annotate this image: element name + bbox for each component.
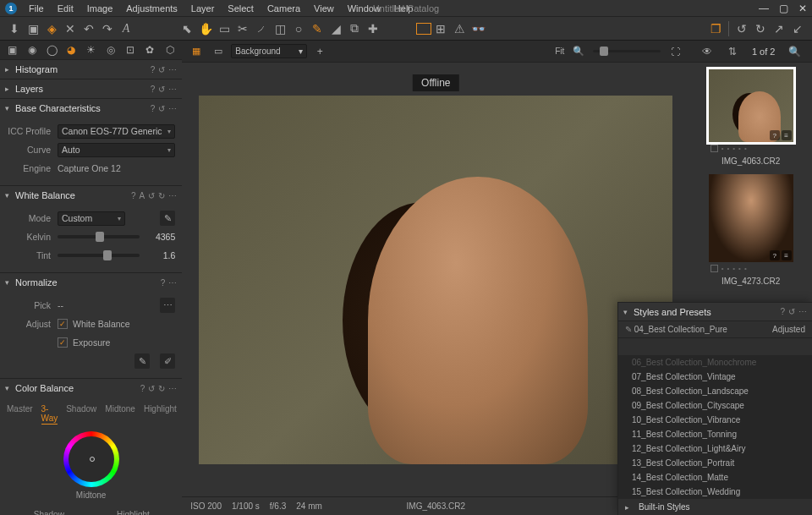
eyedropper-icon[interactable]: ✎ <box>160 211 175 226</box>
midtone-wheel[interactable] <box>63 431 119 487</box>
preset-item[interactable]: 12_Best Collection_Light&Airy <box>618 441 812 456</box>
output-tab-icon[interactable]: ⬡ <box>162 41 177 59</box>
styles-presets-header[interactable]: ▾ Styles and Presets ?↺⋯ <box>618 303 812 321</box>
menu-icon[interactable]: ⋯ <box>798 307 807 316</box>
preset-item[interactable]: 11_Best Collection_Tonning <box>618 427 812 441</box>
preset-item[interactable]: 10_Best Collection_Vibrance <box>618 413 812 427</box>
normalize-header[interactable]: ▾ Normalize ?⋯ <box>0 273 182 292</box>
camera-icon[interactable]: ▣ <box>24 19 42 38</box>
library-tab-icon[interactable]: ▣ <box>5 41 19 59</box>
menu-icon[interactable]: ⋯ <box>168 278 177 288</box>
brush-tool-icon[interactable]: ✎ <box>308 19 326 38</box>
base-characteristics-header[interactable]: ▾ Base Characteristics ?↺⋯ <box>0 99 182 118</box>
reset-icon[interactable]: ↺ <box>148 191 155 200</box>
curve-select[interactable]: Auto▾ <box>58 143 175 157</box>
copy-icon[interactable]: ↻ <box>158 191 165 200</box>
color-tab-icon[interactable]: ◕ <box>64 41 79 59</box>
wb-checkbox[interactable]: ✓ <box>58 319 68 329</box>
cb-tab-shadow[interactable]: Shadow <box>66 404 96 425</box>
erase-tool-icon[interactable]: ◢ <box>326 19 345 38</box>
cb-tab-highlight[interactable]: Highlight <box>144 404 177 425</box>
heal-tool-icon[interactable]: ✚ <box>364 19 382 38</box>
clone-tool-icon[interactable]: ⧉ <box>345 19 364 38</box>
maximize-button[interactable]: ▢ <box>779 3 788 14</box>
reset-icon[interactable]: ↺ <box>158 104 165 113</box>
preset-item[interactable]: 13_Best Collection_Portrait <box>618 456 812 470</box>
exposure-checkbox[interactable]: ✓ <box>58 337 68 348</box>
reset-icon[interactable]: ↺ <box>148 384 155 393</box>
capture-tab-icon[interactable]: ◉ <box>25 41 39 59</box>
preset-list[interactable]: 06_Best Collection_Monochrome 07_Best Co… <box>618 355 812 499</box>
cancel-icon[interactable]: ✕ <box>61 19 80 38</box>
preset-item[interactable]: 09_Best Collection_Cityscape <box>618 398 812 413</box>
main-image[interactable] <box>199 96 672 464</box>
normalize-picker-2-icon[interactable]: ✐ <box>160 353 175 369</box>
help-icon[interactable]: ? <box>140 384 145 393</box>
redo-icon[interactable]: ↷ <box>98 19 117 38</box>
sort-icon[interactable]: ⇅ <box>723 42 742 61</box>
metadata-tab-icon[interactable]: ✿ <box>143 41 157 59</box>
histogram-panel-header[interactable]: ▸ Histogram ?↺⋯ <box>0 60 182 79</box>
help-icon[interactable]: ? <box>780 307 785 316</box>
menu-edit[interactable]: Edit <box>51 3 80 14</box>
preset-item[interactable]: 06_Best Collection_Monochrome <box>618 355 812 370</box>
help-icon[interactable]: ? <box>131 191 136 200</box>
menu-camera[interactable]: Camera <box>261 3 307 14</box>
wb-mode-select[interactable]: Custom▾ <box>58 211 125 226</box>
cb-tab-midtone[interactable]: Midtone <box>105 404 135 425</box>
search-icon[interactable]: 🔍 <box>785 42 804 61</box>
thumbnail-2[interactable]: ?≡ ••••• IMG_4273.CR2 <box>709 174 793 288</box>
menu-icon[interactable]: ⋯ <box>168 384 177 393</box>
help-icon[interactable]: ? <box>161 278 166 288</box>
crop-tool-icon[interactable]: ✂ <box>233 19 252 38</box>
keystone-tool-icon[interactable]: ◫ <box>271 19 289 38</box>
preset-item[interactable]: 15_Best Collection_Wedding <box>618 485 812 499</box>
focus-mask-icon[interactable] <box>416 23 431 35</box>
menu-icon[interactable]: ⋯ <box>168 85 177 94</box>
spot-tool-icon[interactable]: ○ <box>289 19 308 38</box>
close-button[interactable]: ✕ <box>798 3 807 14</box>
menu-icon[interactable]: ⋯ <box>168 65 177 74</box>
menu-icon[interactable]: ⋯ <box>168 104 177 113</box>
glasses-icon[interactable]: 👓 <box>469 19 487 38</box>
reset-icon[interactable]: ↺ <box>788 307 795 316</box>
copy-icon[interactable]: ↻ <box>158 384 165 393</box>
exposure-tab-icon[interactable]: ☀ <box>84 41 98 59</box>
menu-icon[interactable]: ⋯ <box>168 191 177 200</box>
rotate-ccw-icon[interactable]: ↺ <box>732 19 751 38</box>
zoom-slider[interactable] <box>593 50 661 52</box>
collapse-icon[interactable]: ↙ <box>788 19 807 38</box>
tag-icon[interactable]: ◈ <box>42 19 61 38</box>
warning-icon[interactable]: ⚠ <box>450 19 469 38</box>
layer-select[interactable]: Background▾ <box>231 44 307 58</box>
menu-adjustments[interactable]: Adjustments <box>119 3 184 14</box>
preset-item[interactable]: 08_Best Collection_Landscape <box>618 384 812 398</box>
cb-tab-master[interactable]: Master <box>7 404 33 425</box>
preset-item[interactable]: 14_Best Collection_Matte <box>618 470 812 485</box>
rotate-cw-icon[interactable]: ↻ <box>751 19 770 38</box>
lens-tab-icon[interactable]: ◯ <box>45 41 59 59</box>
auto-icon[interactable]: A <box>140 191 145 200</box>
reset-icon[interactable]: ↺ <box>158 85 165 94</box>
pick-options-icon[interactable]: ⋯ <box>160 298 175 313</box>
grid-icon[interactable]: ⊞ <box>431 19 450 38</box>
details-tab-icon[interactable]: ◎ <box>103 41 118 59</box>
menu-file[interactable]: File <box>22 3 51 14</box>
single-view-icon[interactable]: ▭ <box>209 42 228 61</box>
menu-view[interactable]: View <box>307 3 341 14</box>
reset-icon[interactable]: ↺ <box>158 65 165 74</box>
zoom-icon[interactable]: 🔍 <box>569 42 588 61</box>
cb-tab-3way[interactable]: 3-Way <box>41 404 58 425</box>
white-balance-header[interactable]: ▾ White Balance ?A↺↻⋯ <box>0 186 182 205</box>
adjust-tab-icon[interactable]: ⊡ <box>123 41 138 59</box>
menu-layer[interactable]: Layer <box>184 3 222 14</box>
expand-viewer-icon[interactable]: ⛶ <box>666 42 684 61</box>
thumbnail-1[interactable]: ?≡ ••••• IMG_4063.CR2 <box>709 69 793 167</box>
straighten-tool-icon[interactable]: ⟋ <box>252 19 271 38</box>
grid-view-icon[interactable]: ▦ <box>187 42 206 61</box>
expand-icon[interactable]: ↗ <box>770 19 788 38</box>
menu-image[interactable]: Image <box>80 3 120 14</box>
undo-icon[interactable]: ↶ <box>80 19 98 38</box>
builtin-styles-toggle[interactable]: ▸Built-in Styles <box>618 499 812 515</box>
cursor-tool-icon[interactable]: ⬉ <box>178 19 196 38</box>
